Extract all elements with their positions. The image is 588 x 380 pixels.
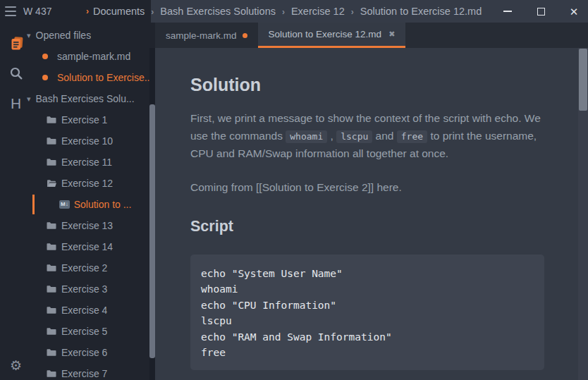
tree-item-label: Exercise 3: [61, 283, 107, 295]
doc-heading-script: Script: [190, 218, 557, 235]
tree-item-solution-to[interactable]: M↓Solution to ...: [0, 194, 155, 215]
folder-icon: [47, 221, 56, 230]
code-block: echo "System User Name"whoamiecho "CPU I…: [190, 255, 544, 370]
tab-sample-mark-md[interactable]: sample-mark.md: [155, 23, 258, 48]
breadcrumb-item-solution-to-exercise-12-md[interactable]: Solution to Exercise 12.md: [360, 6, 482, 17]
chevron-down-icon[interactable]: ▾: [27, 31, 31, 40]
modified-dot-icon: [42, 54, 48, 59]
code-line: echo "RAM and Swap Information": [201, 329, 537, 345]
modified-dot-icon: [243, 33, 247, 38]
markdown-file-icon: M↓: [59, 200, 70, 209]
tree-item-label: Exercise 10: [61, 135, 113, 147]
tab-label: Solution to Exercise 12.md: [269, 29, 382, 39]
minimize-button[interactable]: [501, 4, 515, 18]
tree-item-exercise-10[interactable]: Exercise 10: [0, 130, 155, 152]
tree-item-exercise-14[interactable]: Exercise 14: [0, 236, 155, 257]
active-file-indicator: [32, 195, 35, 214]
tree-item-label: Exercise 4: [61, 305, 107, 316]
chevron-down-icon[interactable]: ▾: [27, 94, 31, 104]
modified-dot-icon: [42, 75, 48, 80]
maximize-icon: [537, 8, 545, 16]
sidebar-scrollbar-thumb[interactable]: [149, 104, 155, 358]
tree-item-label: Exercise 1: [61, 114, 107, 125]
titlebar: W 437 ›Documents›Bash Exercises Solution…: [0, 0, 588, 23]
tree-item-exercise-11[interactable]: Exercise 11: [0, 152, 155, 173]
inline-code: free: [397, 130, 427, 143]
folder-icon: [47, 285, 56, 293]
tree-item-exercise-4[interactable]: Exercise 4: [0, 300, 155, 321]
window-controls: ✕: [501, 0, 581, 23]
doc-heading-solution: Solution: [190, 75, 557, 95]
tree-item-label: Exercise 2: [61, 262, 107, 274]
tree-item-sample-mark-md[interactable]: sample-mark.md: [0, 46, 155, 67]
tree-item-label: Exercise 5: [61, 326, 107, 337]
window-title: W 437: [23, 6, 51, 17]
breadcrumb-item-bash-exercises-solutions[interactable]: Bash Exercises Solutions: [160, 6, 276, 17]
folder-icon: [47, 306, 56, 314]
sidebar: H ⚙ ▾Opened filessample-mark.mdSolution …: [0, 23, 155, 380]
doc-paragraph-1: First, we print a message to show the co…: [190, 110, 547, 163]
tree-item-exercise-1[interactable]: Exercise 1: [0, 109, 155, 130]
breadcrumb-separator-icon: ›: [282, 6, 285, 17]
tree-item-label: Bash Exercises Solu...: [36, 93, 135, 104]
breadcrumb-item-exercise-12[interactable]: Exercise 12: [291, 6, 345, 17]
tree-item-label: Opened files: [36, 30, 92, 41]
tree-item-exercise-13[interactable]: Exercise 13: [0, 215, 155, 236]
tree-item-label: Exercise 7: [61, 368, 107, 379]
tree-item-label: Exercise 11: [61, 157, 112, 168]
maximize-button[interactable]: [534, 4, 548, 18]
close-button[interactable]: ✕: [567, 4, 581, 18]
inline-code: whoami: [286, 130, 327, 143]
main-area: sample-mark.mdSolution to Exercise 12.md…: [155, 23, 588, 380]
tree-item-bash-exercises-solu[interactable]: ▾Bash Exercises Solu...: [0, 88, 155, 109]
tree-item-label: Exercise 13: [61, 220, 113, 231]
tree-item-exercise-5[interactable]: Exercise 5: [0, 321, 155, 342]
tree-item-label: Exercise 6: [61, 347, 107, 358]
folder-open-icon: [47, 179, 56, 188]
tree-item-exercise-7[interactable]: Exercise 7: [0, 363, 155, 380]
tree-item-exercise-3[interactable]: Exercise 3: [0, 278, 155, 300]
tree-item-label: Exercise 12: [61, 178, 113, 189]
tree-item-exercise-12[interactable]: Exercise 12: [0, 173, 155, 194]
code-line: echo "CPU Information": [201, 298, 537, 313]
tab-label: sample-mark.md: [166, 30, 237, 41]
tree-item-exercise-6[interactable]: Exercise 6: [0, 342, 155, 363]
editor-pane[interactable]: Solution First, we print a message to sh…: [155, 48, 588, 380]
tree-item-solution-to-exercise[interactable]: Solution to Exercise...: [0, 67, 155, 88]
code-line: whoami: [201, 281, 537, 297]
folder-icon: [47, 348, 56, 357]
tab-solution-to-exercise-12-md[interactable]: Solution to Exercise 12.md✖: [258, 23, 406, 48]
breadcrumb-item-documents[interactable]: Documents: [93, 6, 145, 17]
folder-icon: [47, 243, 56, 251]
tab-bar: sample-mark.mdSolution to Exercise 12.md…: [155, 23, 588, 48]
minimize-icon: [503, 11, 512, 12]
editor-scrollbar-thumb[interactable]: [579, 49, 587, 111]
folder-icon: [47, 158, 56, 166]
inline-code: lscpu: [336, 130, 372, 143]
folder-icon: [47, 137, 56, 145]
tree-item-label: Solution to ...: [74, 199, 132, 210]
breadcrumb-collapse-icon[interactable]: ›: [86, 6, 89, 16]
breadcrumb: ›Documents›Bash Exercises Solutions›Exer…: [86, 0, 482, 23]
tab-close-icon[interactable]: ✖: [388, 30, 395, 39]
folder-icon: [47, 327, 56, 336]
tree-item-label: sample-mark.md: [57, 51, 130, 62]
app-window: W 437 ›Documents›Bash Exercises Solution…: [0, 0, 588, 380]
tree-item-opened-files[interactable]: ▾Opened files: [0, 25, 155, 46]
tree-item-label: Solution to Exercise...: [57, 72, 152, 83]
folder-icon: [47, 264, 56, 272]
tree-item-label: Exercise 14: [61, 241, 113, 252]
code-line: lscpu: [201, 313, 537, 329]
document-content: Solution First, we print a message to sh…: [155, 75, 557, 370]
folder-icon: [47, 116, 56, 124]
tree-item-exercise-2[interactable]: Exercise 2: [0, 257, 155, 278]
code-line: echo "System User Name": [201, 266, 537, 281]
code-line: free: [201, 345, 537, 360]
close-icon: ✕: [570, 6, 579, 17]
menu-hamburger-icon[interactable]: [5, 6, 16, 16]
folder-icon: [47, 369, 56, 378]
breadcrumb-separator-icon: ›: [151, 6, 154, 17]
doc-paragraph-2: Coming from [[Solution to Exercise 2]] h…: [190, 179, 547, 197]
file-tree: ▾Opened filessample-mark.mdSolution to E…: [0, 25, 155, 380]
breadcrumb-separator-icon: ›: [351, 6, 354, 17]
